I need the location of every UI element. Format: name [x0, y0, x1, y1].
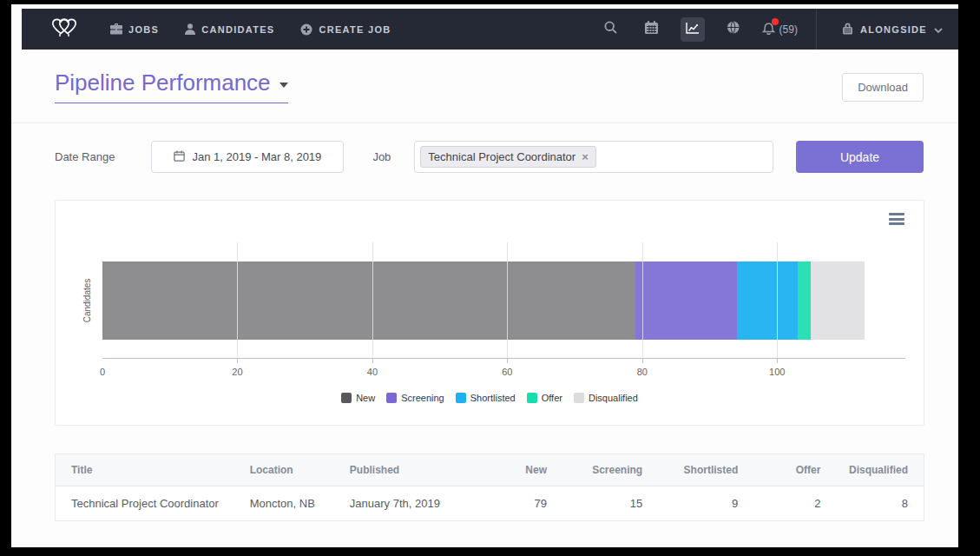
job-label: Job	[372, 150, 391, 163]
update-button[interactable]: Update	[796, 141, 924, 173]
notification-count: (59)	[779, 23, 798, 36]
brand-logo[interactable]	[48, 15, 81, 44]
table-cell: 9	[654, 486, 750, 521]
search-button[interactable]	[599, 17, 623, 42]
column-header-published: Published	[338, 454, 468, 486]
page-title-text: Pipeline Performance	[55, 70, 271, 96]
nav-item-label: CANDIDATES	[201, 24, 274, 35]
reports-button[interactable]	[681, 17, 705, 42]
gridline	[372, 261, 373, 340]
stacked-bar	[102, 261, 905, 340]
search-icon	[604, 21, 617, 37]
legend-item-offer[interactable]: Offer	[527, 393, 562, 403]
column-header-disqualified: Disqualified	[832, 454, 924, 486]
column-header-screening: Screening	[559, 454, 654, 486]
job-select-input[interactable]: Technical Project Coordinator ×	[414, 141, 773, 173]
globe-button[interactable]	[721, 17, 746, 42]
calendar-icon	[645, 21, 658, 37]
bar-segment-offer[interactable]	[798, 261, 812, 340]
app-window: JOBS CANDIDATES CREATE JOB	[11, 4, 958, 547]
x-axis-tick-label: 40	[367, 367, 378, 377]
gridline	[507, 261, 508, 340]
plus-circle-icon	[300, 23, 312, 36]
column-header-title: Title	[56, 454, 238, 486]
legend-swatch	[574, 393, 584, 403]
job-tag: Technical Project Coordinator ×	[420, 146, 595, 168]
legend-label: New	[356, 393, 375, 403]
nav-item-label: CREATE JOB	[319, 24, 391, 35]
bar-segment-screening[interactable]	[635, 261, 737, 340]
legend-label: Shortlisted	[470, 393, 516, 403]
gridline	[777, 261, 778, 340]
column-header-shortlisted: Shortlisted	[654, 454, 750, 486]
chart-legend: NewScreeningShortlistedOfferDisqualified	[56, 393, 924, 403]
legend-label: Screening	[401, 393, 444, 403]
table-cell: 8	[832, 486, 924, 521]
legend-swatch	[386, 393, 397, 403]
plot-area: 020406080100	[102, 242, 905, 359]
x-axis-tick-label: 20	[232, 367, 242, 377]
page-header: Pipeline Performance Download	[55, 70, 924, 103]
notifications-button[interactable]: (59)	[762, 21, 798, 38]
lock-icon	[842, 22, 853, 36]
table-cell: 2	[750, 486, 832, 521]
pipeline-table: TitleLocationPublishedNewScreeningShortl…	[55, 453, 924, 521]
table-cell: January 7th, 2019	[338, 486, 468, 521]
filter-bar: Date Range Jan 1, 2019 - Mar 8, 2019 Job…	[55, 141, 924, 173]
nav-item-create-job[interactable]: CREATE JOB	[300, 23, 391, 36]
header-divider	[11, 122, 958, 123]
report-selector[interactable]: Pipeline Performance	[55, 70, 288, 103]
gridline	[237, 261, 238, 340]
date-range-input[interactable]: Jan 1, 2019 - Mar 8, 2019	[151, 141, 344, 173]
nav-item-jobs[interactable]: JOBS	[110, 23, 159, 35]
calendar-small-icon	[174, 150, 185, 164]
legend-swatch	[456, 393, 466, 403]
column-header-location: Location	[238, 454, 338, 486]
account-name: ALONGSIDE	[860, 24, 927, 35]
globe-icon	[727, 21, 740, 37]
y-axis-label: Candidates	[82, 279, 92, 323]
legend-item-disqualified[interactable]: Disqualified	[574, 393, 638, 403]
top-navbar: JOBS CANDIDATES CREATE JOB	[22, 9, 958, 50]
download-button[interactable]: Download	[842, 73, 924, 102]
hearts-logo-icon	[48, 15, 81, 44]
notification-dot	[772, 18, 779, 25]
bar-segment-disqualified[interactable]	[811, 261, 865, 340]
gridline	[642, 261, 643, 340]
bar-segment-shortlisted[interactable]	[737, 261, 798, 340]
chevron-down-icon	[934, 24, 943, 35]
person-icon	[185, 23, 195, 35]
calendar-button[interactable]	[640, 17, 664, 42]
legend-item-shortlisted[interactable]: Shortlisted	[456, 393, 516, 403]
caret-down-icon	[280, 83, 288, 88]
x-axis-tick-label: 0	[100, 367, 105, 377]
x-axis-tick-label: 100	[769, 367, 785, 377]
x-axis-tick-label: 60	[502, 367, 512, 377]
nav-item-candidates[interactable]: CANDIDATES	[185, 23, 274, 35]
column-header-offer: Offer	[750, 454, 832, 486]
x-axis-tick-label: 80	[637, 367, 648, 377]
legend-item-screening[interactable]: Screening	[386, 393, 444, 403]
table-cell: 15	[559, 486, 654, 521]
table-row[interactable]: Technical Project CoordinatorMoncton, NB…	[56, 486, 924, 521]
bar-segment-new[interactable]	[102, 261, 635, 340]
job-tag-label: Technical Project Coordinator	[428, 150, 576, 163]
table-cell: Technical Project Coordinator	[56, 486, 238, 521]
date-range-value: Jan 1, 2019 - Mar 8, 2019	[192, 150, 321, 163]
legend-swatch	[341, 393, 352, 403]
remove-tag-icon[interactable]: ×	[582, 151, 589, 162]
table-cell: Moncton, NB	[238, 486, 338, 521]
briefcase-icon	[110, 23, 122, 35]
legend-swatch	[527, 393, 537, 403]
x-axis-tick	[642, 359, 643, 363]
x-axis-tick	[372, 359, 373, 363]
navbar-divider	[816, 9, 817, 50]
pipeline-chart-card: Candidates 020406080100 NewScreeningShor…	[55, 200, 924, 426]
account-menu[interactable]: ALONGSIDE	[835, 22, 943, 36]
nav-item-label: JOBS	[128, 24, 159, 35]
date-range-label: Date Range	[55, 150, 115, 163]
legend-label: Disqualified	[589, 393, 638, 403]
x-axis-tick	[507, 359, 508, 363]
chart-context-menu-icon[interactable]	[889, 213, 904, 225]
legend-item-new[interactable]: New	[341, 393, 375, 403]
